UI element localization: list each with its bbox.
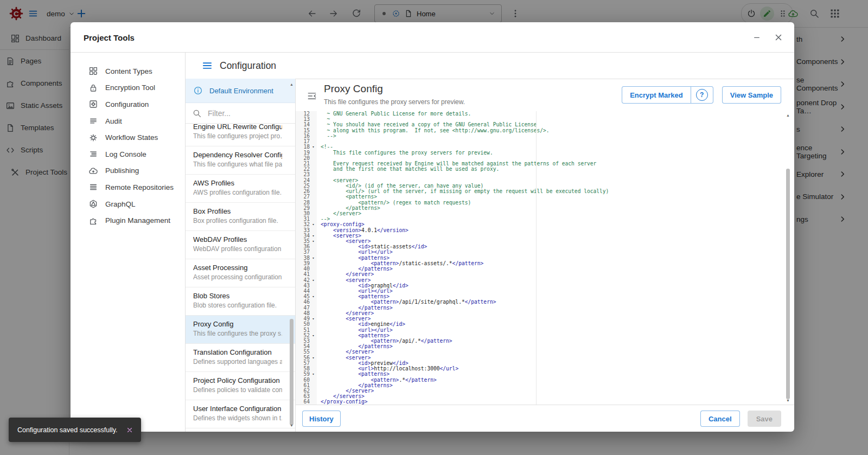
encryption-icon (88, 83, 98, 93)
publishing-icon (88, 166, 98, 176)
config-file-title: Project Policy Configuration (193, 376, 282, 384)
config-file-description: Defines policies to validate con… (193, 386, 282, 394)
tools-nav-graphql[interactable]: GraphQL (71, 196, 185, 213)
tools-nav: Content Types Encryption Tool Configurat… (71, 52, 186, 432)
config-file-description: This file configures the proxy s… (193, 330, 282, 337)
scrollbar-thumb[interactable] (290, 319, 293, 425)
fold-caret[interactable]: ▾ (310, 239, 317, 244)
scroll-down-arrow[interactable]: ▼ (786, 398, 790, 403)
close-icon (774, 33, 783, 42)
tools-nav-audit[interactable]: Audit (71, 113, 185, 130)
minimize-button[interactable] (750, 31, 763, 44)
config-file-item[interactable]: Proxy Config This file configures the pr… (186, 316, 295, 344)
snackbar: Configuration saved successfully. (9, 418, 141, 442)
tools-nav-encryption-tool[interactable]: Encryption Tool (71, 80, 185, 97)
scroll-up-arrow[interactable]: ▲ (786, 113, 790, 118)
config-file-item[interactable]: Asset Processing Asset processing config… (186, 259, 295, 287)
config-title: Configuration (220, 60, 276, 71)
help-icon: ? (696, 89, 708, 101)
tools-nav-workflow-states[interactable]: Workflow States (71, 129, 185, 146)
config-file-list-panel: Default Environment Engine URL Rewrite C… (186, 79, 296, 432)
config-file-description: This file configures what file pa… (193, 161, 282, 168)
config-menu-icon[interactable] (202, 60, 213, 71)
configuration-icon (88, 99, 98, 109)
config-file-item[interactable]: Project Policy Configuration Defines pol… (186, 372, 295, 400)
config-file-description: AWS profiles configuration file. (193, 189, 282, 196)
snackbar-close-icon[interactable] (126, 426, 133, 434)
code-line: 33 <version>4.0.1</version> (296, 228, 794, 233)
editor-scrollbar[interactable]: ▲ ▼ (786, 113, 790, 403)
editor-footer: History Cancel Save (296, 405, 794, 432)
config-file-title: Translation Configuration (193, 348, 282, 356)
fold-caret[interactable]: ▾ (310, 371, 317, 377)
encrypt-marked-button[interactable]: Encrypt Marked (622, 87, 691, 103)
graphql-icon (88, 199, 98, 209)
scroll-up-arrow[interactable]: ▲ (289, 82, 294, 87)
config-file-item[interactable]: User Interface Configuration Defines the… (186, 400, 295, 428)
config-file-title: Dependency Resolver Configur… (193, 151, 282, 159)
fold-caret[interactable]: ▾ (310, 294, 317, 299)
tools-nav-remote-repositories[interactable]: Remote Repositories (71, 179, 185, 196)
tools-nav-plugin-management[interactable]: Plugin Management (71, 212, 185, 229)
tools-nav-log-console[interactable]: Log Console (71, 146, 185, 163)
config-file-item[interactable]: WebDAV Profiles WebDAV profiles configur… (186, 231, 295, 259)
environment-label: Default Environment (209, 87, 273, 95)
tools-nav-publishing[interactable]: Publishing (71, 163, 185, 180)
fold-caret[interactable]: ▾ (310, 316, 317, 322)
audit-icon (88, 116, 98, 126)
tools-nav-content-types[interactable]: Content Types (71, 63, 185, 80)
config-header: Configuration (186, 52, 794, 79)
dialog-title: Project Tools (84, 33, 135, 42)
config-file-item[interactable]: Engine URL Rewrite Configurat… This file… (186, 124, 295, 146)
editor-header: Proxy Config This file configures the pr… (296, 79, 794, 112)
code-line: 22 and the first one that matches will b… (296, 166, 794, 172)
line-number-gutter: 27 (296, 194, 317, 200)
tools-nav-configuration[interactable]: Configuration (71, 96, 185, 113)
info-icon (193, 86, 203, 95)
code-editor[interactable]: 12 ~ GNU General Public License for more… (296, 111, 794, 405)
workflow-states-icon (88, 133, 98, 143)
print-margin-line (536, 111, 537, 405)
fold-caret[interactable]: ▾ (310, 144, 317, 150)
scrollbar-thumb[interactable] (786, 169, 790, 399)
scroll-down-arrow[interactable]: ▼ (289, 423, 294, 428)
line-number-gutter: 18▾ (296, 144, 317, 150)
encrypt-help-button[interactable]: ? (691, 87, 713, 103)
code-line: 62 </server> (296, 388, 794, 394)
fold-caret[interactable]: ▾ (310, 278, 317, 283)
config-file-description: This file configures project pro… (193, 132, 282, 140)
config-editor-panel: Proxy Config This file configures the pr… (296, 79, 794, 432)
cancel-button[interactable]: Cancel (700, 411, 740, 427)
code-line: 31--> (296, 216, 794, 222)
config-file-title: Blob Stores (193, 292, 282, 300)
config-file-item[interactable]: Box Profiles Box profiles configuration … (186, 203, 295, 231)
config-file-description: Defines supported languages a… (193, 358, 282, 366)
config-file-title: AWS Profiles (193, 179, 282, 187)
editor-description: This file configures the proxy servers f… (324, 98, 465, 106)
collapse-panel-icon[interactable] (307, 91, 317, 101)
config-file-title: User Interface Configuration (193, 405, 282, 413)
config-file-item[interactable]: Translation Configuration Defines suppor… (186, 344, 295, 372)
config-file-description: Asset processing configuration… (193, 273, 282, 281)
fold-caret[interactable]: ▾ (310, 333, 317, 338)
environment-banner[interactable]: Default Environment (186, 79, 295, 103)
code-line-text: --> (321, 133, 336, 139)
fold-caret[interactable]: ▾ (310, 255, 317, 261)
close-button[interactable] (771, 30, 786, 44)
code-line: 15 ~ along with this program. If not, se… (296, 128, 794, 133)
config-file-item[interactable]: Blob Stores Blob stores configuration fi… (186, 287, 295, 316)
editor-title: Proxy Config (324, 83, 383, 95)
config-file-item[interactable]: Dependency Resolver Configur… This file … (186, 146, 295, 175)
filter-input[interactable] (207, 108, 279, 118)
code-line: 12 ~ GNU General Public License for more… (296, 111, 794, 117)
list-scrollbar[interactable]: ▲ ▼ (289, 82, 294, 428)
fold-caret[interactable]: ▾ (310, 222, 317, 227)
line-number-gutter: 50 (296, 322, 317, 327)
fold-caret[interactable]: ▾ (310, 355, 317, 361)
encrypt-marked-button-group: Encrypt Marked ? (622, 86, 713, 104)
view-sample-button[interactable]: View Sample (722, 86, 781, 104)
config-file-item[interactable]: AWS Profiles AWS profiles configuration … (186, 175, 295, 203)
history-button[interactable]: History (302, 411, 341, 427)
minimize-icon (752, 33, 761, 42)
fold-caret[interactable]: ▾ (310, 233, 317, 239)
